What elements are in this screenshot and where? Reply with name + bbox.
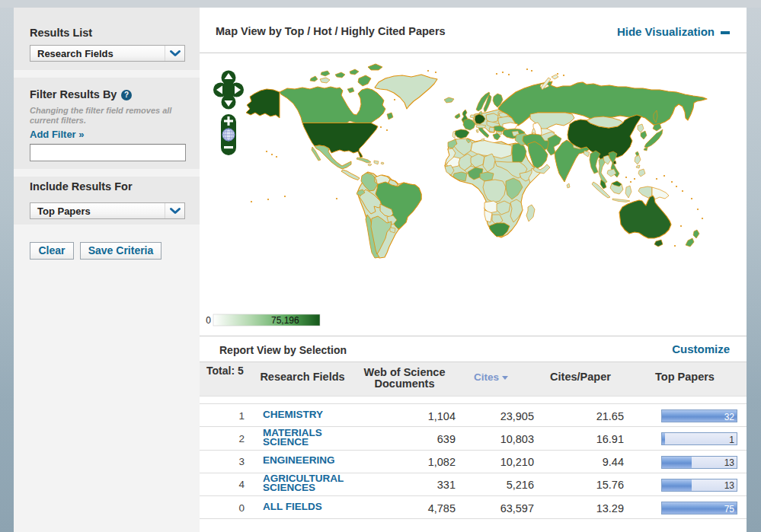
svg-text:0: 0	[206, 315, 211, 326]
svg-text:75,196: 75,196	[271, 315, 299, 326]
